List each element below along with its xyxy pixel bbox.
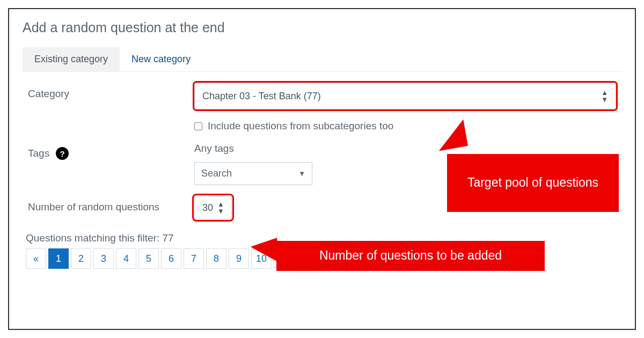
page-3[interactable]: 3	[93, 248, 114, 269]
page-9[interactable]: 9	[229, 248, 249, 269]
page-«[interactable]: «	[26, 248, 46, 269]
category-input-col: Chapter 03 - Test Bank (77) ▲▼ Include q…	[194, 83, 616, 132]
include-subcategories-row[interactable]: Include questions from subcategories too	[194, 120, 616, 132]
dialog-title: Add a random question at the end	[23, 20, 621, 35]
number-value: 30	[202, 202, 213, 214]
search-placeholder: Search	[201, 168, 232, 179]
sort-icon: ▲▼	[601, 89, 608, 103]
category-select[interactable]: Chapter 03 - Test Bank (77) ▲▼	[194, 83, 616, 109]
any-tags-label: Any tags	[194, 143, 616, 155]
page-1[interactable]: 1	[48, 248, 69, 269]
dialog-panel: Add a random question at the end Existin…	[8, 8, 636, 330]
label-include-sub: Include questions from subcategories too	[208, 120, 393, 132]
label-category: Category	[28, 83, 194, 100]
page-4[interactable]: 4	[116, 248, 136, 269]
row-category: Category Chapter 03 - Test Bank (77) ▲▼ …	[23, 83, 621, 132]
checkbox-include-sub[interactable]	[194, 122, 202, 130]
page-6[interactable]: 6	[161, 248, 181, 269]
label-tags: Tags ?	[28, 142, 194, 160]
tab-row: Existing category New category	[23, 47, 621, 72]
sort-icon-number: ▲▼	[217, 201, 224, 215]
annotation-target-pool: Target pool of questions	[447, 154, 619, 212]
page-7[interactable]: 7	[184, 248, 204, 269]
page-8[interactable]: 8	[206, 248, 226, 269]
tab-new-category[interactable]: New category	[120, 47, 202, 71]
page-2[interactable]: 2	[71, 248, 91, 269]
label-number: Number of random questions	[28, 196, 194, 213]
chevron-down-icon: ▼	[298, 170, 305, 178]
category-select-value: Chapter 03 - Test Bank (77)	[202, 91, 321, 102]
tags-search-select[interactable]: Search ▼	[194, 162, 312, 185]
help-icon[interactable]: ?	[56, 147, 69, 160]
tab-existing-category[interactable]: Existing category	[23, 47, 120, 71]
annotation-number: Number of questions to be added	[276, 241, 545, 271]
page-5[interactable]: 5	[138, 248, 159, 269]
number-select[interactable]: 30 ▲▼	[194, 196, 232, 219]
